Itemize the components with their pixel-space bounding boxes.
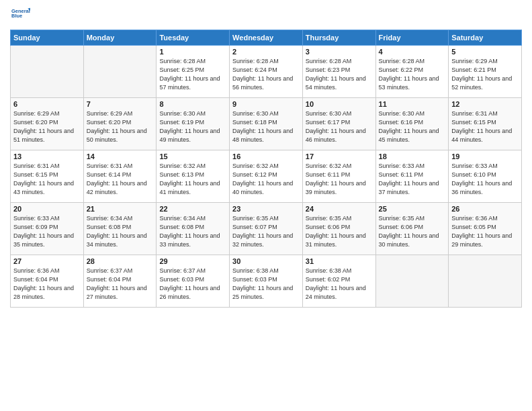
calendar-table: SundayMondayTuesdayWednesdayThursdayFrid… [10, 30, 522, 308]
calendar-day-cell: 4Sunrise: 6:28 AMSunset: 6:22 PMDaylight… [375, 46, 449, 98]
day-number: 25 [379, 205, 446, 213]
day-number: 19 [451, 152, 519, 161]
day-info: Sunrise: 6:28 AMSunset: 6:24 PMDaylight:… [232, 57, 300, 92]
day-number: 1 [159, 48, 226, 56]
logo: General Blue [10, 7, 30, 24]
calendar-day-cell: 5Sunrise: 6:29 AMSunset: 6:21 PMDaylight… [449, 46, 522, 98]
day-info: Sunrise: 6:38 AMSunset: 6:02 PMDaylight:… [306, 267, 373, 302]
day-info: Sunrise: 6:34 AMSunset: 6:08 PMDaylight:… [87, 214, 154, 249]
day-number: 12 [451, 100, 519, 108]
day-info: Sunrise: 6:30 AMSunset: 6:18 PMDaylight:… [232, 109, 300, 144]
calendar-day-cell [375, 255, 449, 308]
general-blue-logo-icon: General Blue [11, 7, 30, 21]
day-info: Sunrise: 6:34 AMSunset: 6:08 PMDaylight:… [159, 214, 226, 249]
calendar-day-cell: 31Sunrise: 6:38 AMSunset: 6:02 PMDayligh… [302, 255, 375, 308]
calendar-week-row: 20Sunrise: 6:33 AMSunset: 6:09 PMDayligh… [11, 203, 522, 255]
calendar-day-cell: 22Sunrise: 6:34 AMSunset: 6:08 PMDayligh… [157, 203, 230, 255]
day-number: 15 [159, 152, 226, 161]
day-info: Sunrise: 6:31 AMSunset: 6:14 PMDaylight:… [87, 162, 154, 197]
day-info: Sunrise: 6:30 AMSunset: 6:16 PMDaylight:… [379, 109, 446, 144]
calendar-day-cell [449, 255, 522, 308]
day-number: 4 [379, 48, 446, 56]
day-number: 27 [13, 257, 81, 265]
weekday-header: Thursday [302, 30, 375, 46]
day-info: Sunrise: 6:35 AMSunset: 6:07 PMDaylight:… [232, 214, 300, 249]
day-info: Sunrise: 6:29 AMSunset: 6:20 PMDaylight:… [13, 109, 81, 144]
day-number: 20 [13, 205, 81, 213]
calendar-day-cell: 13Sunrise: 6:31 AMSunset: 6:15 PMDayligh… [11, 150, 84, 203]
calendar-day-cell: 3Sunrise: 6:28 AMSunset: 6:23 PMDaylight… [302, 46, 375, 98]
day-info: Sunrise: 6:32 AMSunset: 6:11 PMDaylight:… [306, 162, 373, 197]
day-info: Sunrise: 6:33 AMSunset: 6:11 PMDaylight:… [379, 162, 446, 197]
weekday-header: Tuesday [157, 30, 230, 46]
calendar-day-cell: 12Sunrise: 6:31 AMSunset: 6:15 PMDayligh… [449, 98, 522, 150]
weekday-header: Sunday [11, 30, 84, 46]
day-number: 30 [232, 257, 300, 265]
day-number: 7 [87, 100, 154, 108]
day-number: 17 [306, 152, 373, 161]
day-number: 2 [232, 48, 300, 56]
page: General Blue SundayMondayTuesdayWednesda… [0, 0, 532, 411]
calendar-day-cell: 15Sunrise: 6:32 AMSunset: 6:13 PMDayligh… [157, 150, 230, 203]
day-number: 6 [13, 100, 81, 108]
calendar-day-cell: 30Sunrise: 6:38 AMSunset: 6:03 PMDayligh… [230, 255, 303, 308]
calendar-day-cell: 20Sunrise: 6:33 AMSunset: 6:09 PMDayligh… [11, 203, 84, 255]
day-info: Sunrise: 6:37 AMSunset: 6:03 PMDaylight:… [159, 267, 226, 302]
day-info: Sunrise: 6:30 AMSunset: 6:19 PMDaylight:… [159, 109, 226, 144]
weekday-header: Saturday [449, 30, 522, 46]
calendar-day-cell: 25Sunrise: 6:35 AMSunset: 6:06 PMDayligh… [375, 203, 449, 255]
calendar-week-row: 27Sunrise: 6:36 AMSunset: 6:04 PMDayligh… [11, 255, 522, 308]
day-info: Sunrise: 6:38 AMSunset: 6:03 PMDaylight:… [232, 267, 300, 302]
svg-text:Blue: Blue [11, 13, 22, 19]
calendar-day-cell: 17Sunrise: 6:32 AMSunset: 6:11 PMDayligh… [302, 150, 375, 203]
day-info: Sunrise: 6:30 AMSunset: 6:17 PMDaylight:… [306, 109, 373, 144]
day-number: 5 [451, 48, 519, 56]
calendar-day-cell: 29Sunrise: 6:37 AMSunset: 6:03 PMDayligh… [157, 255, 230, 308]
calendar-day-cell [83, 46, 157, 98]
day-number: 29 [159, 257, 226, 265]
day-number: 18 [379, 152, 446, 161]
day-info: Sunrise: 6:36 AMSunset: 6:04 PMDaylight:… [13, 267, 81, 302]
day-info: Sunrise: 6:32 AMSunset: 6:13 PMDaylight:… [159, 162, 226, 197]
header: General Blue [10, 7, 522, 24]
calendar-day-cell: 24Sunrise: 6:35 AMSunset: 6:06 PMDayligh… [302, 203, 375, 255]
day-number: 8 [159, 100, 226, 108]
calendar-day-cell: 11Sunrise: 6:30 AMSunset: 6:16 PMDayligh… [375, 98, 449, 150]
day-number: 10 [306, 100, 373, 108]
day-number: 21 [87, 205, 154, 213]
day-number: 11 [379, 100, 446, 108]
day-info: Sunrise: 6:36 AMSunset: 6:05 PMDaylight:… [451, 214, 519, 249]
calendar-day-cell: 16Sunrise: 6:32 AMSunset: 6:12 PMDayligh… [230, 150, 303, 203]
calendar-day-cell: 28Sunrise: 6:37 AMSunset: 6:04 PMDayligh… [83, 255, 157, 308]
day-info: Sunrise: 6:31 AMSunset: 6:15 PMDaylight:… [451, 109, 519, 144]
calendar-body: 1Sunrise: 6:28 AMSunset: 6:25 PMDaylight… [11, 46, 522, 308]
calendar-day-cell: 19Sunrise: 6:33 AMSunset: 6:10 PMDayligh… [449, 150, 522, 203]
day-info: Sunrise: 6:37 AMSunset: 6:04 PMDaylight:… [87, 267, 154, 302]
calendar-day-cell: 1Sunrise: 6:28 AMSunset: 6:25 PMDaylight… [157, 46, 230, 98]
day-info: Sunrise: 6:35 AMSunset: 6:06 PMDaylight:… [379, 214, 446, 249]
day-number: 24 [306, 205, 373, 213]
calendar-day-cell: 14Sunrise: 6:31 AMSunset: 6:14 PMDayligh… [83, 150, 157, 203]
calendar-header-row: SundayMondayTuesdayWednesdayThursdayFrid… [11, 30, 522, 46]
day-number: 28 [87, 257, 154, 265]
calendar-day-cell: 7Sunrise: 6:29 AMSunset: 6:20 PMDaylight… [83, 98, 157, 150]
day-number: 9 [232, 100, 300, 108]
calendar-day-cell: 10Sunrise: 6:30 AMSunset: 6:17 PMDayligh… [302, 98, 375, 150]
calendar-day-cell: 26Sunrise: 6:36 AMSunset: 6:05 PMDayligh… [449, 203, 522, 255]
day-number: 23 [232, 205, 300, 213]
calendar-day-cell: 2Sunrise: 6:28 AMSunset: 6:24 PMDaylight… [230, 46, 303, 98]
weekday-header: Wednesday [230, 30, 303, 46]
day-info: Sunrise: 6:32 AMSunset: 6:12 PMDaylight:… [232, 162, 300, 197]
calendar-day-cell: 8Sunrise: 6:30 AMSunset: 6:19 PMDaylight… [157, 98, 230, 150]
calendar-day-cell [11, 46, 84, 98]
weekday-header: Monday [83, 30, 157, 46]
day-info: Sunrise: 6:28 AMSunset: 6:25 PMDaylight:… [159, 57, 226, 92]
day-number: 26 [451, 205, 519, 213]
calendar-week-row: 13Sunrise: 6:31 AMSunset: 6:15 PMDayligh… [11, 150, 522, 203]
day-info: Sunrise: 6:33 AMSunset: 6:09 PMDaylight:… [13, 214, 81, 249]
calendar-day-cell: 6Sunrise: 6:29 AMSunset: 6:20 PMDaylight… [11, 98, 84, 150]
day-number: 3 [306, 48, 373, 56]
calendar-day-cell: 18Sunrise: 6:33 AMSunset: 6:11 PMDayligh… [375, 150, 449, 203]
day-number: 22 [159, 205, 226, 213]
day-info: Sunrise: 6:33 AMSunset: 6:10 PMDaylight:… [451, 162, 519, 197]
